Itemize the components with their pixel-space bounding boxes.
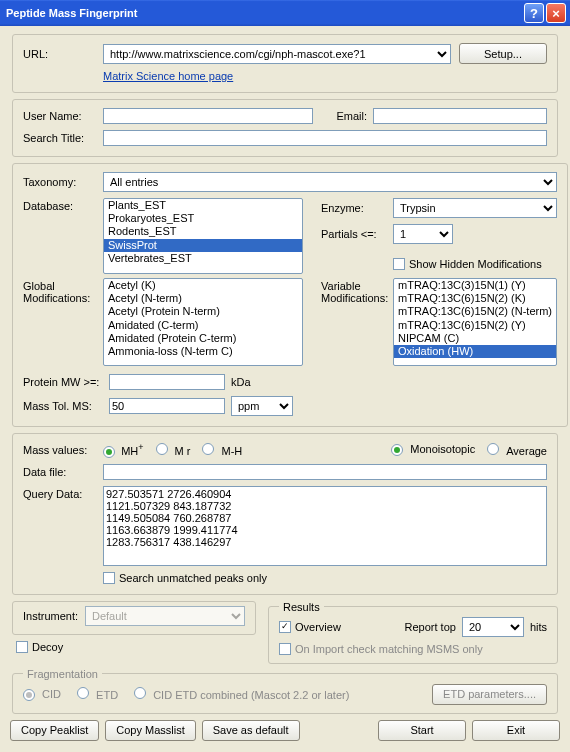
email-input[interactable] bbox=[373, 108, 547, 124]
radio-icon bbox=[134, 687, 146, 699]
etdparams-button: ETD parameters.... bbox=[432, 684, 547, 705]
instrument-label: Instrument: bbox=[23, 610, 85, 622]
matrix-home-link[interactable]: Matrix Science home page bbox=[103, 70, 233, 82]
datafile-label: Data file: bbox=[23, 466, 103, 478]
results-legend: Results bbox=[279, 601, 324, 613]
data-group: Mass values: MH+ M r M-H Monoisotopic Av… bbox=[12, 433, 558, 595]
fragmentation-legend: Fragmentation bbox=[23, 668, 102, 680]
username-input[interactable] bbox=[103, 108, 313, 124]
proteinmw-label: Protein MW >=: bbox=[23, 376, 109, 388]
searchtitle-input[interactable] bbox=[103, 130, 547, 146]
varmods-list[interactable]: mTRAQ:13C(3)15N(1) (Y)mTRAQ:13C(6)15N(2)… bbox=[393, 278, 557, 366]
radio-icon bbox=[202, 443, 214, 455]
reporttop-label: Report top bbox=[405, 621, 456, 633]
proteinmw-unit: kDa bbox=[231, 376, 251, 388]
bottom-bar: Copy Peaklist Copy Masslist Save as defa… bbox=[10, 720, 560, 741]
checkbox-icon bbox=[279, 643, 291, 655]
database-list[interactable]: Plants_ESTProkaryotes_ESTRodents_ESTSwis… bbox=[103, 198, 303, 274]
radio-icon bbox=[23, 689, 35, 701]
etd-radio: ETD bbox=[77, 687, 118, 701]
checkbox-icon: ✓ bbox=[279, 621, 291, 633]
help-button[interactable]: ? bbox=[524, 3, 544, 23]
hits-label: hits bbox=[530, 621, 547, 633]
fragmentation-group: Fragmentation CID ETD CID ETD combined (… bbox=[12, 668, 558, 714]
mminush-radio[interactable]: M-H bbox=[202, 443, 242, 457]
show-hidden-label: Show Hidden Modifications bbox=[409, 258, 542, 270]
overview-label: Overview bbox=[295, 621, 341, 633]
mhplus-radio[interactable]: MH+ bbox=[103, 442, 144, 458]
taxonomy-label: Taxonomy: bbox=[23, 176, 103, 188]
proteinmw-input[interactable] bbox=[109, 374, 225, 390]
globalmods-label: Global Modifications: bbox=[23, 278, 103, 304]
importcheck-label: On Import check matching MSMS only bbox=[295, 643, 483, 655]
decoy-label: Decoy bbox=[32, 641, 63, 653]
radio-icon bbox=[77, 687, 89, 699]
partials-select[interactable]: 1 bbox=[393, 224, 453, 244]
globalmods-list[interactable]: Acetyl (K)Acetyl (N-term)Acetyl (Protein… bbox=[103, 278, 303, 366]
results-group: Results ✓ Overview Report top 20 hits On bbox=[268, 601, 558, 664]
unmatched-label: Search unmatched peaks only bbox=[119, 572, 267, 584]
checkbox-icon bbox=[103, 572, 115, 584]
varmods-label: Variable Modifications: bbox=[321, 278, 393, 304]
overview-checkbox[interactable]: ✓ Overview bbox=[279, 621, 341, 633]
params-group: Taxonomy: All entries Database: Plants_E… bbox=[12, 163, 568, 427]
show-hidden-checkbox[interactable]: Show Hidden Modifications bbox=[393, 258, 542, 270]
content-area: URL: http://www.matrixscience.com/cgi/np… bbox=[0, 26, 570, 749]
querydata-label: Query Data: bbox=[23, 486, 103, 500]
start-button[interactable]: Start bbox=[378, 720, 466, 741]
url-group: URL: http://www.matrixscience.com/cgi/np… bbox=[12, 34, 558, 93]
cid-radio: CID bbox=[23, 688, 61, 701]
instrument-select: Default bbox=[85, 606, 245, 626]
partials-label: Partials <=: bbox=[321, 228, 393, 240]
window-title: Peptide Mass Fingerprint bbox=[6, 7, 522, 19]
querydata-textarea[interactable] bbox=[103, 486, 547, 566]
enzyme-select[interactable]: Trypsin bbox=[393, 198, 557, 218]
average-radio[interactable]: Average bbox=[487, 443, 547, 457]
url-label: URL: bbox=[23, 48, 103, 60]
copy-masslist-button[interactable]: Copy Masslist bbox=[105, 720, 195, 741]
close-button[interactable]: × bbox=[546, 3, 566, 23]
monoisotopic-radio[interactable]: Monoisotopic bbox=[391, 443, 475, 456]
username-label: User Name: bbox=[23, 110, 103, 122]
setup-button[interactable]: Setup... bbox=[459, 43, 547, 64]
enzyme-label: Enzyme: bbox=[321, 202, 393, 214]
save-default-button[interactable]: Save as default bbox=[202, 720, 300, 741]
exit-button[interactable]: Exit bbox=[472, 720, 560, 741]
importcheck-checkbox: On Import check matching MSMS only bbox=[279, 643, 483, 655]
url-combo[interactable]: http://www.matrixscience.com/cgi/nph-mas… bbox=[103, 44, 451, 64]
decoy-checkbox[interactable]: Decoy bbox=[16, 641, 63, 653]
masstol-unit-select[interactable]: ppm bbox=[231, 396, 293, 416]
email-label: Email: bbox=[333, 110, 373, 122]
searchtitle-label: Search Title: bbox=[23, 132, 103, 144]
mr-radio[interactable]: M r bbox=[156, 443, 191, 457]
datafile-input[interactable] bbox=[103, 464, 547, 480]
checkbox-icon bbox=[16, 641, 28, 653]
cidetd-radio: CID ETD combined (Mascot 2.2 or later) bbox=[134, 687, 349, 701]
checkbox-icon bbox=[393, 258, 405, 270]
radio-icon bbox=[103, 446, 115, 458]
reporttop-select[interactable]: 20 bbox=[462, 617, 524, 637]
database-label: Database: bbox=[23, 198, 103, 212]
instrument-group: Instrument: Default bbox=[12, 601, 256, 635]
unmatched-checkbox[interactable]: Search unmatched peaks only bbox=[103, 572, 267, 584]
masstol-label: Mass Tol. MS: bbox=[23, 400, 109, 412]
copy-peaklist-button[interactable]: Copy Peaklist bbox=[10, 720, 99, 741]
user-group: User Name: Email: Search Title: bbox=[12, 99, 558, 157]
title-bar: Peptide Mass Fingerprint ? × bbox=[0, 0, 570, 26]
radio-icon bbox=[391, 444, 403, 456]
massvalues-label: Mass values: bbox=[23, 444, 103, 456]
taxonomy-select[interactable]: All entries bbox=[103, 172, 557, 192]
radio-icon bbox=[487, 443, 499, 455]
masstol-input[interactable] bbox=[109, 398, 225, 414]
radio-icon bbox=[156, 443, 168, 455]
